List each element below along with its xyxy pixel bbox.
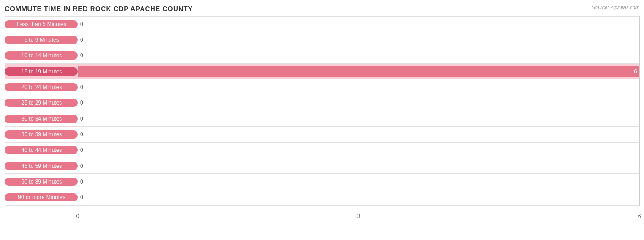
bar-label: Less than 5 Minutes <box>5 20 78 28</box>
bar-track: 0 <box>78 158 639 173</box>
bar-label: 25 to 29 Minutes <box>5 99 78 107</box>
bar-value: 0 <box>80 163 83 169</box>
bar-value: 0 <box>80 116 83 122</box>
bar-row: 35 to 39 Minutes0 <box>5 127 639 142</box>
bar-track: 0 <box>78 32 639 47</box>
bar-track: 0 <box>78 143 639 158</box>
bar-value: 0 <box>80 52 83 59</box>
bar-track: 0 <box>78 79 639 95</box>
bar-value: 0 <box>80 179 83 185</box>
x-axis-label: 0 <box>76 213 80 219</box>
bars-section: Less than 5 Minutes05 to 9 Minutes010 to… <box>5 16 639 206</box>
bar-label: 35 to 39 Minutes <box>5 130 78 139</box>
bar-row: 20 to 24 Minutes0 <box>5 79 639 95</box>
bar-value: 0 <box>80 21 83 28</box>
bar-row: 25 to 29 Minutes0 <box>5 95 639 111</box>
bar-label: 90 or more Minutes <box>5 193 78 201</box>
bar-track: 0 <box>78 17 639 32</box>
bar-row: 90 or more Minutes0 <box>5 190 639 206</box>
bar-row: 30 to 34 Minutes0 <box>5 111 639 127</box>
bar-row: 45 to 59 Minutes0 <box>5 158 639 174</box>
bar-row: Less than 5 Minutes0 <box>5 16 639 32</box>
bar-label: 15 to 19 Minutes <box>5 67 78 76</box>
bar-value: 0 <box>80 37 83 43</box>
bar-label: 45 to 59 Minutes <box>5 162 78 170</box>
bar-fill: 6 <box>78 66 639 77</box>
bar-track: 0 <box>78 174 639 189</box>
bar-row: 10 to 14 Minutes0 <box>5 48 639 64</box>
chart-area: Less than 5 Minutes05 to 9 Minutes010 to… <box>5 16 639 219</box>
bar-track: 0 <box>78 111 639 126</box>
x-axis-label: 6 <box>638 213 641 219</box>
bar-label: 60 to 89 Minutes <box>5 178 78 186</box>
chart-title: COMMUTE TIME IN RED ROCK CDP APACHE COUN… <box>5 5 639 12</box>
bar-label: 10 to 14 Minutes <box>5 51 78 60</box>
bar-label: 30 to 34 Minutes <box>5 115 78 123</box>
bar-track: 0 <box>78 48 639 63</box>
bar-value: 0 <box>80 131 83 138</box>
bar-track: 6 <box>78 64 639 79</box>
bar-track: 0 <box>78 127 639 142</box>
bar-track: 0 <box>78 190 639 205</box>
grid-line <box>639 16 640 206</box>
bar-label: 40 to 44 Minutes <box>5 146 78 154</box>
bar-label: 20 to 24 Minutes <box>5 83 78 91</box>
bar-row: 60 to 89 Minutes0 <box>5 174 639 190</box>
bar-row: 40 to 44 Minutes0 <box>5 143 639 158</box>
bar-label: 5 to 9 Minutes <box>5 36 78 44</box>
x-axis-label: 3 <box>357 213 360 219</box>
bar-value: 0 <box>80 147 83 153</box>
bar-track: 0 <box>78 95 639 111</box>
bar-value: 0 <box>80 100 83 106</box>
chart-container: COMMUTE TIME IN RED ROCK CDP APACHE COUN… <box>0 0 644 240</box>
bar-row: 5 to 9 Minutes0 <box>5 32 639 48</box>
bar-value: 0 <box>80 84 83 90</box>
source-label: Source: ZipAtlas.com <box>591 5 639 10</box>
bar-row: 15 to 19 Minutes6 <box>5 64 639 79</box>
x-axis: 036 <box>78 206 639 219</box>
bar-value: 6 <box>634 68 637 75</box>
bar-value: 0 <box>80 194 83 201</box>
